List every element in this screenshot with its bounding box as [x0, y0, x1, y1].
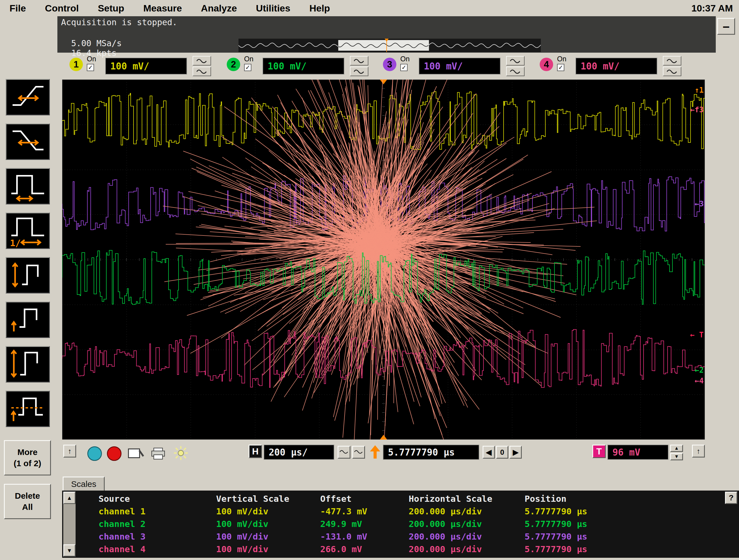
sine-wave-icon: [353, 68, 365, 75]
sine-wave-icon: [666, 68, 678, 75]
marker-channel-4[interactable]: ←4: [695, 376, 704, 385]
scales-row-channel-3[interactable]: channel 3100 mV/div-131.0 mV200.000 µs/d…: [99, 530, 645, 543]
horizontal-position-box[interactable]: 5.7777790 µs: [383, 445, 479, 460]
stop-button[interactable]: [107, 446, 122, 461]
delete-label-line1: Delete: [5, 490, 50, 502]
waveform-display[interactable]: ↑1 ←f3 ←3 ← T ←2 ←4: [62, 80, 705, 440]
acquisition-preview-bar[interactable]: [239, 39, 541, 52]
channel-3-scale-box[interactable]: 100 mV/: [419, 58, 500, 75]
channel-2-coupling-button-2[interactable]: [350, 66, 368, 76]
channel-4-badge[interactable]: 4: [540, 58, 553, 71]
channel-1-coupling-button-2[interactable]: [192, 66, 211, 76]
channel-2-scale-box[interactable]: 100 mV/: [263, 58, 344, 75]
sine-wave-icon: [509, 68, 522, 75]
menu-bar: File Control Setup Measure Analyze Utili…: [0, 0, 739, 16]
minimize-button[interactable]: –: [717, 18, 735, 35]
measure-peak-peak-button[interactable]: [6, 346, 50, 383]
more-measurements-button[interactable]: More (1 of 2): [4, 440, 51, 475]
more-label-line2: (1 of 2): [5, 458, 50, 469]
fall-time-icon: [6, 124, 49, 159]
measure-base-button[interactable]: [6, 391, 50, 427]
top-icon: [6, 302, 49, 337]
marker-trigger-level[interactable]: ← T: [690, 330, 704, 339]
orange-up-arrow-icon: [369, 444, 381, 460]
channel-4-on-checkbox[interactable]: ✓: [557, 64, 564, 71]
channel-3-coupling-button-1[interactable]: [506, 56, 525, 65]
horizontal-badge[interactable]: H: [249, 445, 262, 458]
measure-rise-time-button[interactable]: [6, 79, 50, 115]
channel-2-coupling-button-1[interactable]: [350, 56, 368, 65]
sine-wave-icon: [509, 58, 522, 64]
position-zero-button[interactable]: 0: [496, 446, 508, 459]
marker-channel-1[interactable]: ↑1: [695, 86, 704, 94]
horizontal-zoom-button-2[interactable]: [352, 446, 365, 459]
sine-wave-icon: [353, 449, 363, 455]
run-button[interactable]: [87, 446, 102, 461]
scales-row-channel-2[interactable]: channel 2100 mV/div249.9 mV200.000 µs/di…: [99, 518, 645, 530]
channel-4-scale-box[interactable]: 100 mV/: [576, 58, 657, 75]
menu-item-analyze[interactable]: Analyze: [191, 3, 247, 14]
menu-item-utilities[interactable]: Utilities: [246, 3, 300, 14]
header-position: Position: [525, 494, 645, 504]
pulse-width-icon: [6, 169, 49, 203]
measure-period-button[interactable]: 1/: [6, 213, 50, 249]
waveform-canvas[interactable]: [62, 80, 705, 440]
marker-channel-3[interactable]: ←3: [695, 199, 704, 208]
trigger-badge[interactable]: T: [592, 445, 606, 458]
channel-4-coupling-button-2[interactable]: [663, 66, 681, 76]
trigger-level-box[interactable]: 96 mV: [607, 445, 669, 460]
measure-amplitude-button[interactable]: [6, 257, 50, 293]
sine-wave-icon: [353, 58, 365, 64]
copy-screen-button[interactable]: [127, 447, 145, 460]
channel-2-controls: 2 On ✓ 100 mV/: [227, 53, 384, 79]
clock: 10:37 AM: [692, 3, 733, 14]
scales-row-channel-4[interactable]: channel 4100 mV/div266.0 mV200.000 µs/di…: [99, 543, 645, 555]
print-button[interactable]: [149, 447, 167, 460]
horizontal-zoom-button-1[interactable]: [337, 446, 350, 459]
channel-1-badge[interactable]: 1: [69, 58, 83, 71]
channel-4-coupling-button-1[interactable]: [663, 56, 681, 65]
svg-text:1/: 1/: [10, 238, 21, 248]
channel-2-badge[interactable]: 2: [227, 58, 240, 71]
marker-channel-2[interactable]: ←2: [695, 366, 704, 374]
base-icon: [6, 392, 49, 426]
scales-scrollbar-track[interactable]: [63, 504, 76, 544]
trigger-level-down-button[interactable]: ▼: [670, 453, 683, 460]
header-offset: Offset: [320, 494, 409, 504]
measure-fall-time-button[interactable]: [6, 124, 50, 160]
position-left-button[interactable]: ◀: [483, 446, 495, 459]
channel-2-on-checkbox[interactable]: ✓: [244, 64, 251, 71]
menu-item-help[interactable]: Help: [300, 3, 339, 14]
delete-all-button[interactable]: Delete All: [4, 484, 51, 519]
menu-item-measure[interactable]: Measure: [134, 3, 191, 14]
scroll-up-left-button[interactable]: ↑: [63, 445, 76, 457]
position-right-button[interactable]: ▶: [509, 446, 522, 459]
channel-3-coupling-button-2[interactable]: [506, 66, 525, 76]
channel-3-badge[interactable]: 3: [383, 58, 396, 71]
measure-top-button[interactable]: [6, 302, 50, 338]
trigger-level-up-button[interactable]: ▲: [670, 445, 683, 452]
channel-2-on-label: On: [244, 55, 253, 63]
scales-row-channel-1[interactable]: channel 1100 mV/div-477.3 mV200.000 µs/d…: [99, 505, 645, 518]
channel-3-controls: 3 On ✓ 100 mV/: [383, 53, 540, 79]
header-horizontal-scale: Horizontal Scale: [409, 494, 525, 504]
tab-scales[interactable]: Scales: [63, 476, 105, 491]
marker-function-3[interactable]: ←f3: [690, 105, 704, 114]
channel-1-coupling-button-1[interactable]: [192, 56, 211, 65]
measure-pulse-width-button[interactable]: [6, 168, 50, 204]
display-brightness-button[interactable]: [172, 445, 189, 461]
scales-header-row: Source Vertical Scale Offset Horizontal …: [99, 492, 645, 505]
channel-1-scale-box[interactable]: 100 mV/: [105, 58, 187, 75]
menu-item-control[interactable]: Control: [35, 3, 89, 14]
scales-scroll-down-button[interactable]: ▼: [63, 544, 76, 557]
menu-item-setup[interactable]: Setup: [88, 3, 134, 14]
channel-3-on-checkbox[interactable]: ✓: [400, 64, 408, 71]
scales-help-button[interactable]: ?: [725, 492, 737, 504]
trigger-position-marker-button[interactable]: [369, 444, 381, 460]
scroll-up-right-button[interactable]: ↑: [692, 445, 705, 457]
scales-table: Source Vertical Scale Offset Horizontal …: [99, 492, 645, 555]
channel-1-on-checkbox[interactable]: ✓: [87, 64, 94, 71]
menu-item-file[interactable]: File: [0, 3, 35, 14]
scales-scroll-up-button[interactable]: ▲: [63, 492, 76, 504]
horizontal-scale-box[interactable]: 200 µs/: [264, 445, 334, 460]
